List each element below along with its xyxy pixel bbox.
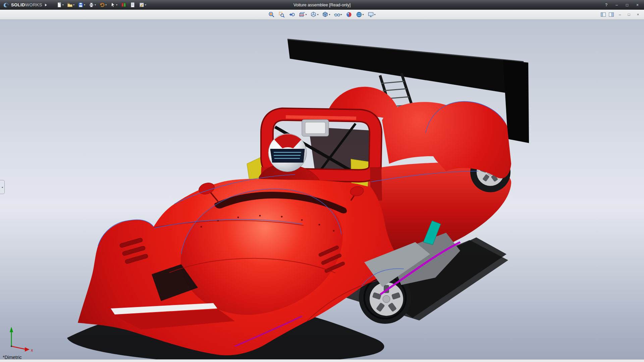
view-settings-icon — [368, 11, 374, 18]
coordinate-triad: x — [10, 327, 33, 353]
document-window-controls: – □ × — [600, 10, 642, 19]
menu-expand-arrow[interactable] — [45, 4, 47, 6]
help-button[interactable]: ? — [601, 1, 611, 8]
save-button[interactable]: ▾ — [76, 1, 87, 9]
new-icon — [56, 2, 62, 8]
undo-icon — [99, 2, 105, 8]
brand-name: SOLIDWORKS — [11, 2, 42, 7]
solidworks-brand: SOLIDWORKS — [0, 2, 50, 8]
car-body — [78, 179, 405, 355]
zoom-fit-icon — [268, 11, 275, 18]
display-style-button[interactable]: ▾ — [321, 10, 331, 19]
options-icon — [139, 2, 145, 8]
brand-works: WORKS — [25, 2, 42, 7]
save-dropdown-caret[interactable]: ▾ — [84, 4, 85, 6]
save-icon — [78, 2, 84, 8]
car-scene: x — [0, 20, 644, 359]
zoom-fit-button[interactable] — [267, 10, 276, 19]
section-view-icon — [299, 11, 305, 18]
x-axis-label: x — [31, 348, 33, 353]
display-style-icon — [322, 11, 328, 18]
x-axis-arrow — [25, 347, 30, 352]
pane-left-icon — [600, 12, 606, 17]
view-orientation-dropdown-caret[interactable]: ▾ — [317, 13, 318, 16]
open-button[interactable]: ▾ — [66, 1, 76, 9]
select-icon — [110, 2, 116, 8]
window-controls: ? – □ × — [601, 1, 644, 8]
edit-appearance-button[interactable] — [344, 10, 354, 19]
view-settings-dropdown-caret[interactable]: ▾ — [374, 13, 376, 16]
view-orientation-icon — [310, 11, 317, 18]
headsup-toolbar: ▾▾▾▾▾▾ — [267, 10, 377, 19]
select-dropdown-caret[interactable]: ▾ — [116, 4, 117, 6]
open-icon — [67, 2, 73, 8]
close-button[interactable]: × — [633, 1, 642, 8]
brand-solid: SOLID — [11, 2, 25, 7]
zoom-area-icon — [278, 11, 285, 18]
headsup-row: ▾▾▾▾▾▾ – □ × — [0, 10, 644, 20]
previous-view-button[interactable] — [287, 10, 296, 19]
solidworks-logo-icon — [3, 2, 9, 8]
previous-view-icon — [288, 11, 295, 18]
view-settings-button[interactable]: ▾ — [366, 10, 377, 19]
window-title: Voiture assemblee [Read-only] — [293, 3, 351, 7]
hide-show-items-icon — [334, 11, 340, 18]
options-button[interactable]: ▾ — [138, 1, 148, 9]
new-button[interactable]: ▾ — [55, 1, 65, 9]
open-dropdown-caret[interactable]: ▾ — [73, 4, 74, 6]
apply-scene-button[interactable]: ▾ — [355, 10, 365, 19]
file-properties-button[interactable] — [128, 1, 137, 9]
panel-collapse-tab[interactable]: ◄ — [0, 180, 5, 194]
options-dropdown-caret[interactable]: ▾ — [145, 4, 146, 6]
new-dropdown-caret[interactable]: ▾ — [62, 4, 64, 6]
maximize-button[interactable]: □ — [622, 1, 632, 8]
section-view-dropdown-caret[interactable]: ▾ — [305, 13, 307, 16]
select-button[interactable]: ▾ — [109, 1, 119, 9]
rebuild-button[interactable] — [119, 1, 128, 9]
section-view-button[interactable]: ▾ — [297, 10, 308, 19]
graphics-viewport[interactable]: x ◄ *Dimetric — [0, 20, 644, 359]
apply-scene-icon — [356, 11, 362, 18]
solidworks-window: SOLIDWORKS ▾▾▾▾▾▾▾ Voiture assemblee [Re… — [0, 0, 644, 362]
pane-left-button[interactable] — [600, 11, 607, 18]
zoom-area-button[interactable] — [277, 10, 286, 19]
view-orientation-label: *Dimetric — [3, 355, 22, 359]
print-button[interactable]: ▾ — [87, 1, 97, 9]
undo-dropdown-caret[interactable]: ▾ — [105, 4, 107, 6]
status-strip — [0, 359, 644, 362]
print-dropdown-caret[interactable]: ▾ — [95, 4, 96, 6]
undo-button[interactable]: ▾ — [98, 1, 108, 9]
pane-right-button[interactable] — [608, 11, 615, 18]
document-minimize-button[interactable]: – — [616, 11, 624, 18]
display-style-dropdown-caret[interactable]: ▾ — [329, 13, 330, 16]
camera-box — [302, 120, 329, 136]
main-toolbar: ▾▾▾▾▾▾▾ — [55, 1, 148, 9]
file-properties-icon — [130, 2, 136, 8]
y-axis-arrow — [10, 327, 13, 332]
view-orientation-button[interactable]: ▾ — [309, 10, 320, 19]
pane-right-icon — [608, 12, 614, 17]
rebuild-icon — [121, 2, 126, 8]
hide-show-items-button[interactable]: ▾ — [333, 10, 343, 19]
edit-appearance-icon — [346, 11, 352, 18]
print-icon — [89, 2, 94, 8]
hide-show-items-dropdown-caret[interactable]: ▾ — [341, 13, 342, 16]
titlebar: SOLIDWORKS ▾▾▾▾▾▾▾ Voiture assemblee [Re… — [0, 0, 644, 10]
minimize-button[interactable]: – — [612, 1, 622, 8]
document-close-button[interactable]: × — [634, 11, 642, 18]
document-restore-button[interactable]: □ — [625, 11, 633, 18]
apply-scene-dropdown-caret[interactable]: ▾ — [363, 13, 364, 16]
